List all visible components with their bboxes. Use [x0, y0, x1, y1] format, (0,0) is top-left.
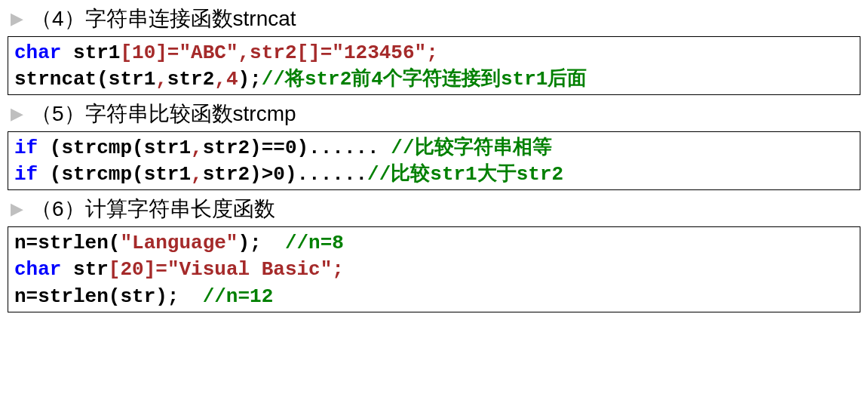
comma: , [214, 68, 226, 91]
string: "ABC" [179, 42, 238, 64]
comma: , [191, 137, 203, 159]
heading-4: ▶ （4）字符串连接函数strncat [8, 5, 860, 33]
code-text: str2)>0)...... [203, 163, 367, 186]
kw-if: if [14, 137, 38, 159]
heading-5: ▶ （5）字符串比较函数strcmp [8, 100, 860, 128]
comment: //n=8 [285, 232, 344, 254]
comment: //n=12 [203, 285, 274, 308]
code-text: (strcmp(str1 [38, 137, 191, 159]
heading-6-text: （6）计算字符串长度函数 [31, 195, 275, 223]
code-text: ); [238, 68, 261, 91]
code-text: n=strlen( [14, 232, 120, 254]
bullet-icon: ▶ [11, 106, 23, 122]
section-4-strncat: ▶ （4）字符串连接函数strncat char str1[10]="ABC",… [8, 5, 860, 95]
comma: , [155, 68, 167, 91]
codebox-6: n=strlen("Language"); //n=8 char str[20]… [8, 226, 860, 312]
code-text: ); [238, 232, 284, 254]
comment: //将str2前4个字符连接到str1后面 [262, 68, 587, 91]
number: 4 [226, 68, 238, 91]
string: "123456" [332, 42, 426, 64]
semi: ; [426, 42, 438, 64]
bracket: [ [120, 42, 132, 64]
semi: ; [332, 258, 344, 281]
heading-4-text: （4）字符串连接函数strncat [31, 5, 296, 33]
heading-6: ▶ （6）计算字符串长度函数 [8, 195, 860, 223]
codebox-5: if (strcmp(str1,str2)==0)...... //比较字符串相… [8, 131, 860, 190]
number: 20 [120, 258, 143, 281]
bracket: []= [297, 42, 333, 64]
code-text: str [61, 258, 108, 281]
code-text: (strcmp(str1 [38, 163, 191, 186]
heading-5-text: （5）字符串比较函数strcmp [31, 100, 296, 128]
bracket: ]= [144, 258, 167, 281]
bracket: ]= [155, 42, 179, 64]
code-text: str2 [167, 68, 214, 91]
bullet-icon: ▶ [11, 11, 23, 27]
code-text: n=strlen(str); [14, 285, 203, 308]
string: "Visual Basic" [167, 258, 332, 281]
number: 10 [132, 42, 155, 64]
kw-char: char [14, 42, 61, 64]
bullet-icon: ▶ [11, 201, 23, 217]
code-text: str2)==0)...... [203, 137, 391, 159]
code-text: str1 [61, 42, 120, 64]
comma: ,str2 [238, 42, 297, 64]
section-5-strcmp: ▶ （5）字符串比较函数strcmp if (strcmp(str1,str2)… [8, 100, 860, 190]
comment: //比较字符串相等 [391, 137, 551, 159]
kw-if: if [14, 163, 38, 186]
section-6-strlen: ▶ （6）计算字符串长度函数 n=strlen("Language"); //n… [8, 195, 860, 312]
string: "Language" [120, 232, 238, 254]
comment: //比较str1大于str2 [367, 163, 563, 186]
code-text: strncat(str1 [14, 68, 155, 91]
comma: , [191, 163, 203, 186]
codebox-4: char str1[10]="ABC",str2[]="123456"; str… [8, 36, 860, 95]
bracket: [ [109, 258, 121, 281]
kw-char: char [14, 258, 61, 281]
